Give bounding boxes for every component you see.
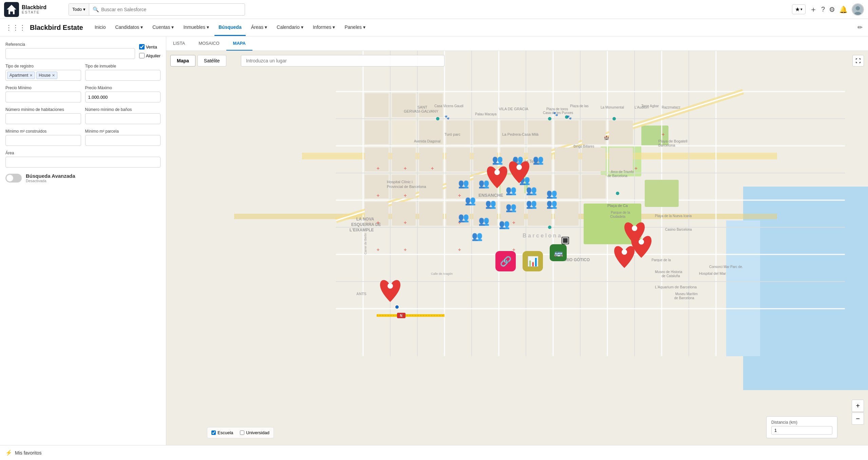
- sidebar-item-busqueda[interactable]: Búsqueda: [214, 19, 246, 36]
- num-habitaciones-input[interactable]: [5, 113, 81, 124]
- precio-row: Precio Mínimo Precio Máximo: [5, 85, 161, 102]
- filter-panel: Referencia Venta Alquiler: [0, 37, 166, 445]
- tipo-registro-label: Tipo de registro: [5, 64, 81, 69]
- escuela-checkbox[interactable]: [211, 430, 216, 435]
- nav-grid-icon[interactable]: ⋮⋮⋮: [5, 23, 26, 32]
- remove-apartment-button[interactable]: ✕: [30, 73, 33, 78]
- m2-construidos-input[interactable]: [5, 135, 81, 146]
- svg-rect-48: [473, 120, 497, 144]
- svg-text:L'Aquarium de Barcelona: L'Aquarium de Barcelona: [655, 285, 697, 289]
- nav-bar: ⋮⋮⋮ Blackbird Estate Inicio Candidatos ▾…: [0, 19, 868, 37]
- universidad-checkbox[interactable]: [240, 430, 244, 435]
- svg-rect-61: [555, 148, 579, 171]
- venta-checkbox-item[interactable]: Venta: [139, 44, 157, 50]
- search-input[interactable]: [101, 7, 216, 12]
- sidebar-item-inicio[interactable]: Inicio: [91, 19, 110, 36]
- svg-text:Razzmatazz: Razzmatazz: [662, 106, 680, 109]
- svg-text:👥: 👥: [526, 185, 537, 196]
- advanced-search-toggle[interactable]: [5, 174, 22, 183]
- area-label: Área: [5, 151, 161, 155]
- tipo-inmueble-input[interactable]: [85, 70, 161, 81]
- m2-parcela-label: Mínimo m² parcela: [85, 129, 161, 134]
- sidebar-item-cuentas[interactable]: Cuentas ▾: [148, 19, 178, 36]
- advanced-search-sublabel: Desactivada: [26, 179, 75, 183]
- venta-checkbox[interactable]: [139, 44, 145, 50]
- alquiler-label: Alquiler: [146, 53, 161, 58]
- habitaciones-banos-row: Número mínimo de habitaciones Número mín…: [5, 107, 161, 124]
- tab-mosaico[interactable]: MOSAICO: [192, 37, 226, 51]
- map-view-button[interactable]: Mapa: [170, 55, 195, 66]
- search-dropdown[interactable]: Todo ▾: [69, 4, 89, 15]
- distance-label: Distancia (km): [771, 420, 832, 425]
- svg-text:👥: 👥: [458, 178, 469, 189]
- map-fullscreen-button[interactable]: [852, 55, 864, 66]
- svg-point-5: [856, 6, 860, 10]
- svg-text:Playa de la Nueva Icaria: Playa de la Nueva Icaria: [655, 214, 692, 218]
- place-search-input[interactable]: [241, 55, 445, 66]
- alquiler-checkbox[interactable]: [139, 53, 145, 58]
- notifications-button[interactable]: 🔔: [839, 5, 848, 14]
- map-zoom-controls: + −: [852, 400, 864, 425]
- area-input[interactable]: [5, 157, 161, 168]
- search-icon: 🔍: [93, 6, 99, 13]
- favorites-label[interactable]: Mis favoritos: [15, 450, 42, 456]
- svg-text:👥: 👥: [506, 202, 517, 213]
- map-container[interactable]: SANT GERVASI-GALVANY Hospital Clínic i P…: [166, 51, 868, 445]
- zoom-in-button[interactable]: +: [852, 400, 864, 412]
- sidebar-item-inmuebles[interactable]: Inmuebles ▾: [179, 19, 213, 36]
- advanced-search-label: Búsqueda Avanzada: [26, 173, 75, 179]
- tab-lista[interactable]: LISTA: [166, 37, 192, 51]
- avatar[interactable]: [852, 3, 864, 16]
- referencia-label: Referencia: [5, 42, 135, 47]
- svg-text:👥: 👥: [478, 178, 490, 189]
- num-banos-input[interactable]: [85, 113, 161, 124]
- tag-house: House ✕: [36, 72, 57, 79]
- escuela-checkbox-item[interactable]: Escuela: [211, 430, 233, 435]
- svg-rect-51: [555, 120, 579, 144]
- svg-text:🐾: 🐾: [567, 115, 572, 120]
- precio-max-input[interactable]: [85, 92, 161, 102]
- svg-text:Parque de la: Parque de la: [652, 258, 671, 262]
- m2-parcela-group: Mínimo m² parcela: [85, 129, 161, 146]
- num-habitaciones-label: Número mínimo de habitaciones: [5, 107, 81, 112]
- svg-rect-44: [365, 120, 389, 144]
- svg-rect-45: [392, 120, 416, 144]
- distance-input[interactable]: [771, 426, 832, 435]
- nav-inicio-label: Inicio: [95, 24, 106, 30]
- svg-text:Palau Macaya: Palau Macaya: [475, 112, 497, 116]
- satellite-view-button[interactable]: Satélite: [197, 55, 226, 66]
- referencia-input[interactable]: [5, 48, 135, 59]
- tipo-registro-tags[interactable]: Apartment ✕ House ✕: [5, 70, 81, 81]
- svg-text:✛: ✛: [458, 194, 461, 197]
- alquiler-checkbox-row: Alquiler: [139, 53, 161, 58]
- sidebar-item-calendario[interactable]: Calendario ▾: [272, 19, 307, 36]
- edit-pencil-button[interactable]: ✏: [857, 24, 863, 31]
- sidebar-item-paneles[interactable]: Paneles ▾: [340, 19, 370, 36]
- sidebar-item-candidatos[interactable]: Candidatos ▾: [111, 19, 147, 36]
- main-content: Referencia Venta Alquiler: [0, 37, 868, 445]
- svg-text:Museo de Historia: Museo de Historia: [655, 270, 682, 274]
- settings-button[interactable]: ⚙: [829, 5, 835, 14]
- sidebar-item-areas[interactable]: Áreas ▾: [247, 19, 271, 36]
- sidebar-item-informes[interactable]: Informes ▾: [309, 19, 339, 36]
- remove-house-button[interactable]: ✕: [52, 73, 55, 78]
- zoom-out-button[interactable]: −: [852, 413, 864, 425]
- svg-rect-63: [609, 148, 633, 171]
- svg-rect-82: [645, 180, 679, 207]
- universidad-checkbox-item[interactable]: Universidad: [240, 430, 269, 435]
- add-button[interactable]: ＋: [810, 4, 817, 15]
- svg-text:✛: ✛: [662, 133, 664, 136]
- map-background: SANT GERVASI-GALVANY Hospital Clínic i P…: [166, 51, 868, 445]
- help-button[interactable]: ?: [821, 5, 825, 13]
- nav-candidatos-label: Candidatos: [115, 24, 139, 30]
- precio-min-input[interactable]: [5, 92, 81, 102]
- favorites-star-button[interactable]: ★ ▾: [792, 4, 806, 14]
- m2-parcela-input[interactable]: [85, 135, 161, 146]
- chevron-down-icon: ▾: [301, 24, 303, 30]
- tab-mapa[interactable]: MAPA: [226, 37, 252, 51]
- svg-text:LA NOVA: LA NOVA: [356, 217, 374, 222]
- alquiler-checkbox-item[interactable]: Alquiler: [139, 53, 161, 58]
- tipo-row: Tipo de registro Apartment ✕ House ✕ Tip…: [5, 64, 161, 81]
- tag-house-label: House: [39, 73, 51, 78]
- chevron-down-icon: ▾: [333, 24, 335, 30]
